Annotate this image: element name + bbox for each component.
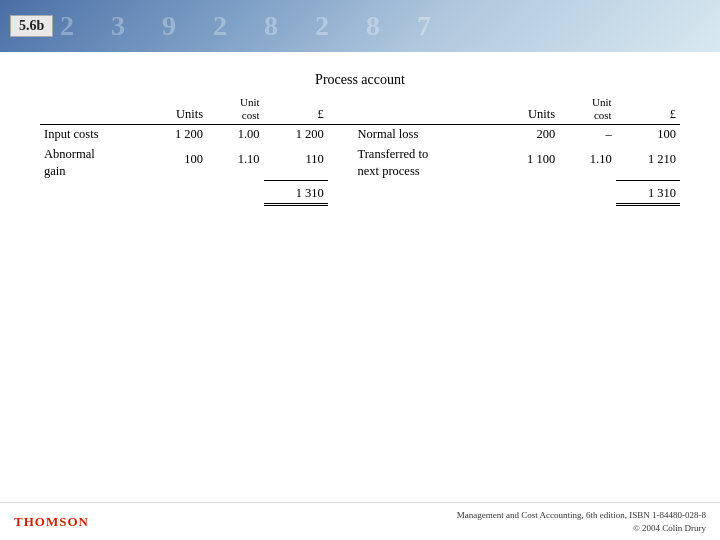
column-headers: Units Unitcost £ Units Unitcost £ [40,96,680,125]
abnormal-gain-pounds: 110 [264,144,328,181]
abnormal-gain-label: Abnormalgain [40,144,143,181]
right-pounds-header: £ [616,96,680,125]
process-account-table: Units Unitcost £ Units Unitcost £ Input … [40,96,680,206]
input-costs-pounds: 1 200 [264,125,328,145]
footer-citation: Management and Cost Accounting, 6th edit… [457,509,706,534]
normal-loss-pounds: 100 [616,125,680,145]
footer: THOMSON Management and Cost Accounting, … [0,502,720,540]
thomson-logo: THOMSON [14,514,89,530]
abnormal-gain-unitcost: 1.10 [207,144,264,181]
left-unitcost-header: Unitcost [207,96,264,125]
input-costs-label: Input costs [40,125,143,145]
input-costs-unitcost: 1.00 [207,125,264,145]
header-banner: 2 3 9 2 8 2 8 7 5.6b [0,0,720,52]
right-unitcost-header: Unitcost [559,96,616,125]
total-row: 1 310 1 310 [40,185,680,205]
transferred-pounds: 1 210 [616,144,680,181]
right-units-header: Units [495,96,559,125]
input-costs-units: 1 200 [143,125,207,145]
main-content: Process account Units Unitcost £ [0,52,720,226]
background-numbers: 2 3 9 2 8 2 8 7 [0,0,720,52]
normal-loss-label: Normal loss [354,125,495,145]
left-pounds-header: £ [264,96,328,125]
transferred-unitcost: 1.10 [559,144,616,181]
transferred-label: Transferred tonext process [354,144,495,181]
table-title: Process account [40,72,680,88]
slide-label: 5.6b [10,15,53,37]
table-row: Input costs 1 200 1.00 1 200 Normal loss… [40,125,680,145]
left-label-header [40,96,143,125]
abnormal-gain-units: 100 [143,144,207,181]
normal-loss-unitcost: – [559,125,616,145]
table-row: Abnormalgain 100 1.10 110 Transferred to… [40,144,680,181]
right-total-value: 1 310 [616,185,680,205]
thomson-brand: THOMSON [14,514,89,530]
left-units-header: Units [143,96,207,125]
right-label-header [354,96,495,125]
normal-loss-units: 200 [495,125,559,145]
left-total-value: 1 310 [264,185,328,205]
transferred-units: 1 100 [495,144,559,181]
